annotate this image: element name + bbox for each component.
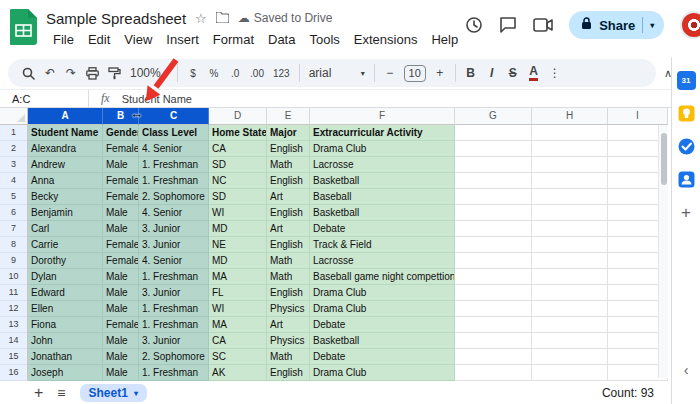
cell[interactable]: Carl [28, 221, 103, 237]
row-header-15[interactable]: 15 [0, 349, 28, 365]
cell[interactable] [455, 301, 532, 317]
cell[interactable]: Becky [28, 189, 103, 205]
cell[interactable]: Male [103, 205, 139, 221]
cell[interactable]: Debate [310, 221, 455, 237]
cell[interactable]: Art [267, 189, 310, 205]
cell[interactable]: Male [103, 221, 139, 237]
cell[interactable] [455, 317, 532, 333]
row-header-1[interactable]: 1 [0, 125, 28, 141]
saved-status[interactable]: ☁ Saved to Drive [238, 11, 333, 25]
contacts-icon[interactable] [677, 170, 696, 189]
cell[interactable] [455, 237, 532, 253]
column-header-F[interactable]: F [310, 108, 455, 125]
scrollbar-thumb[interactable] [661, 133, 667, 185]
vertical-scrollbar[interactable] [658, 125, 668, 378]
cell[interactable] [455, 253, 532, 269]
get-addons-icon[interactable]: + [677, 203, 696, 222]
cell[interactable]: Carrie [28, 237, 103, 253]
share-dropdown-icon[interactable]: ▾ [650, 21, 654, 30]
cell[interactable] [455, 365, 532, 381]
sheets-logo-icon[interactable] [10, 9, 37, 45]
row-header-16[interactable]: 16 [0, 365, 28, 381]
cell[interactable]: Female [103, 173, 139, 189]
cell[interactable]: English [267, 285, 310, 301]
cell[interactable] [455, 173, 532, 189]
cell[interactable] [532, 141, 608, 157]
undo-icon[interactable]: ↶ [40, 61, 60, 85]
row-header-14[interactable]: 14 [0, 333, 28, 349]
cell[interactable]: 1. Freshman [139, 301, 209, 317]
decrease-decimal-button[interactable]: .0 [225, 61, 245, 85]
cell[interactable]: Dylan [28, 269, 103, 285]
cell[interactable] [532, 333, 608, 349]
move-folder-icon[interactable] [216, 12, 229, 25]
cell[interactable]: 4. Senior [139, 141, 209, 157]
cell[interactable]: Andrew [28, 157, 103, 173]
cell[interactable]: NC [209, 173, 267, 189]
row-header-9[interactable]: 9 [0, 253, 28, 269]
cell[interactable]: English [267, 237, 310, 253]
column-header-E[interactable]: E [267, 108, 310, 125]
row-header-8[interactable]: 8 [0, 237, 28, 253]
cell[interactable]: Gender [103, 125, 139, 141]
cell[interactable]: Male [103, 269, 139, 285]
cell[interactable]: Math [267, 349, 310, 365]
select-all-corner[interactable] [0, 108, 28, 125]
cell[interactable]: English [267, 205, 310, 221]
row-header-12[interactable]: 12 [0, 301, 28, 317]
cell[interactable]: Home State [209, 125, 267, 141]
cell[interactable]: 3. Junior [139, 285, 209, 301]
more-toolbar-button[interactable]: ⋮ [545, 61, 565, 85]
cell[interactable] [532, 205, 608, 221]
cell[interactable] [455, 125, 532, 141]
row-header-2[interactable]: 2 [0, 141, 28, 157]
cell[interactable]: 1. Freshman [139, 157, 209, 173]
cell[interactable]: SC [209, 349, 267, 365]
font-size-input[interactable]: 10 [404, 65, 426, 82]
cell[interactable]: SD [209, 189, 267, 205]
cell[interactable] [532, 221, 608, 237]
meet-video-icon[interactable] [533, 18, 553, 32]
cell[interactable] [532, 253, 608, 269]
cell[interactable]: 3. Junior [139, 237, 209, 253]
menu-help[interactable]: Help [424, 30, 465, 49]
cell[interactable] [532, 173, 608, 189]
cell[interactable]: 3. Junior [139, 333, 209, 349]
cell[interactable]: Drama Club [310, 141, 455, 157]
comment-icon[interactable] [499, 16, 517, 34]
cell[interactable]: CA [209, 141, 267, 157]
cell[interactable] [455, 141, 532, 157]
calendar-icon[interactable]: 31 [677, 71, 696, 90]
cell[interactable]: Male [103, 349, 139, 365]
cell[interactable]: Math [267, 269, 310, 285]
column-header-C[interactable]: C [139, 108, 209, 125]
selection-count-badge[interactable]: Count: 93 [602, 386, 654, 400]
cell[interactable]: Dorothy [28, 253, 103, 269]
cell[interactable]: English [267, 173, 310, 189]
cell[interactable]: Female [103, 237, 139, 253]
cell[interactable] [455, 157, 532, 173]
cell[interactable] [532, 349, 608, 365]
cell[interactable]: Female [103, 253, 139, 269]
cell[interactable]: Track & Field [310, 237, 455, 253]
side-panel-collapse-icon[interactable]: ‹ [684, 362, 689, 378]
cell[interactable]: Baseball game night compettion [310, 269, 455, 285]
cell[interactable]: AK [209, 365, 267, 381]
cell[interactable]: English [267, 365, 310, 381]
column-header-A[interactable]: A [28, 108, 103, 125]
zoom-select[interactable]: 100% ▾ [126, 61, 172, 85]
cell[interactable]: Art [267, 221, 310, 237]
cell[interactable]: Female [103, 317, 139, 333]
row-header-5[interactable]: 5 [0, 189, 28, 205]
cell[interactable]: Edward [28, 285, 103, 301]
cell[interactable]: Drama Club [310, 301, 455, 317]
column-header-I[interactable]: I [608, 108, 668, 125]
cell[interactable]: English [267, 141, 310, 157]
keep-icon[interactable] [677, 104, 696, 123]
cell[interactable] [455, 221, 532, 237]
cell[interactable] [455, 333, 532, 349]
print-icon[interactable] [82, 61, 103, 85]
cell[interactable]: 1. Freshman [139, 269, 209, 285]
cell[interactable]: Math [267, 253, 310, 269]
cell[interactable] [532, 189, 608, 205]
